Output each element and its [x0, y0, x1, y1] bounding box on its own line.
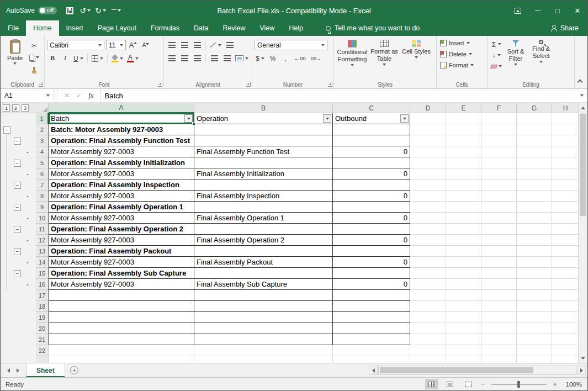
tab-view[interactable]: View: [252, 20, 282, 36]
zoom-percentage[interactable]: 100%: [563, 381, 582, 388]
cell-E21[interactable]: [446, 334, 481, 345]
cell-G16[interactable]: [517, 279, 552, 290]
cell-A21[interactable]: [49, 334, 194, 345]
name-box[interactable]: A1: [1, 89, 54, 102]
cell-C17[interactable]: [333, 290, 410, 301]
cell-A18[interactable]: [49, 301, 194, 312]
row-header-9[interactable]: 9: [36, 202, 49, 213]
cell-H17[interactable]: [552, 290, 578, 301]
fill-color-button[interactable]: [110, 54, 124, 64]
row-header-7[interactable]: 7: [36, 179, 49, 191]
cell-F17[interactable]: [481, 290, 517, 301]
cell-H2[interactable]: [552, 124, 578, 135]
cell-E[interactable]: [446, 356, 481, 363]
increase-decimal-button[interactable]: ←.00: [293, 54, 307, 64]
cell-A12[interactable]: Motor Assembly 927-0003: [49, 235, 194, 246]
column-header-G[interactable]: G: [517, 103, 552, 113]
cell-E19[interactable]: [446, 312, 481, 323]
cell-C20[interactable]: [333, 323, 410, 334]
filter-button-C1[interactable]: [400, 114, 409, 123]
scroll-down-button[interactable]: [579, 353, 587, 363]
cell-F21[interactable]: [481, 334, 517, 345]
cell-F6[interactable]: [481, 168, 517, 179]
cell-G4[interactable]: [517, 146, 552, 157]
cell-A7[interactable]: Operation: Final Assembly Inspection: [49, 179, 194, 191]
conditional-formatting-button[interactable]: Conditional Formatting: [336, 38, 368, 80]
customize-quick-access-button[interactable]: [109, 3, 123, 18]
orientation-button[interactable]: [209, 40, 223, 50]
cell-H4[interactable]: [552, 146, 578, 157]
cell-B14[interactable]: Final Assembly Packout: [194, 257, 333, 268]
cell-C18[interactable]: [333, 301, 410, 312]
cell-G22[interactable]: [517, 345, 552, 356]
percent-style-button[interactable]: %: [267, 54, 278, 64]
outline-collapse-button[interactable]: −: [14, 182, 21, 189]
cell-E8[interactable]: [446, 191, 481, 202]
middle-align-button[interactable]: [179, 40, 190, 50]
sheet-tab-sheet[interactable]: Sheet: [26, 363, 65, 377]
row-header-17[interactable]: 17: [36, 290, 49, 301]
cell-E22[interactable]: [446, 345, 481, 356]
column-header-D[interactable]: D: [410, 103, 446, 113]
row-header-21[interactable]: 21: [36, 334, 49, 345]
cell-D6[interactable]: [410, 168, 446, 179]
enter-button[interactable]: ✓: [76, 92, 82, 99]
cell-D10[interactable]: [410, 213, 446, 224]
cell-H7[interactable]: [552, 179, 578, 191]
outline-collapse-button[interactable]: −: [14, 226, 21, 233]
cell-D5[interactable]: [410, 157, 446, 168]
cell-C[interactable]: [333, 356, 410, 363]
scroll-up-button[interactable]: [579, 103, 587, 113]
find-select-button[interactable]: Find & Select: [528, 38, 554, 80]
outline-collapse-button[interactable]: −: [14, 138, 21, 145]
cell-F9[interactable]: [481, 202, 517, 213]
cell-B7[interactable]: [194, 179, 333, 191]
cell-H13[interactable]: [552, 246, 578, 257]
cell-C9[interactable]: [333, 202, 410, 213]
row-header-4[interactable]: 4: [36, 146, 49, 157]
cell-B20[interactable]: [194, 323, 333, 334]
cell-H19[interactable]: [552, 312, 578, 323]
cell-C10[interactable]: 0: [333, 213, 410, 224]
horizontal-scrollbar-thumb[interactable]: [380, 367, 533, 373]
number-format-combobox[interactable]: General: [255, 40, 327, 50]
page-layout-view-button[interactable]: [443, 379, 457, 389]
share-button[interactable]: Share: [542, 20, 587, 36]
horizontal-scrollbar-track[interactable]: [378, 366, 576, 375]
cell-B9[interactable]: [194, 202, 333, 213]
sort-filter-button[interactable]: Sort & Filter: [503, 38, 528, 80]
outline-collapse-button[interactable]: −: [14, 270, 21, 277]
vertical-scrollbar-track[interactable]: [579, 113, 587, 353]
redo-button[interactable]: ↻: [93, 3, 108, 18]
zoom-out-button[interactable]: −: [480, 380, 486, 388]
cell-H18[interactable]: [552, 301, 578, 312]
cell-D15[interactable]: [410, 268, 446, 279]
cell-D20[interactable]: [410, 323, 446, 334]
cell-E12[interactable]: [446, 235, 481, 246]
cell-G10[interactable]: [517, 213, 552, 224]
cell-B6[interactable]: Final Assembly Initialization: [194, 168, 333, 179]
cell-E5[interactable]: [446, 157, 481, 168]
cell-H1[interactable]: [552, 113, 578, 124]
select-all-corner[interactable]: [36, 103, 49, 113]
cell-B[interactable]: [194, 356, 333, 363]
cell-A20[interactable]: [49, 323, 194, 334]
cell-E6[interactable]: [446, 168, 481, 179]
cell-G7[interactable]: [517, 179, 552, 191]
cell-H[interactable]: [552, 356, 578, 363]
tab-data[interactable]: Data: [187, 20, 215, 36]
cell-E17[interactable]: [446, 290, 481, 301]
font-size-combobox[interactable]: 11: [106, 40, 126, 50]
vertical-scrollbar[interactable]: [578, 103, 587, 363]
cell-C7[interactable]: [333, 179, 410, 191]
cell-F8[interactable]: [481, 191, 517, 202]
cancel-button[interactable]: ✕: [64, 92, 70, 99]
cell-E7[interactable]: [446, 179, 481, 191]
cell-F2[interactable]: [481, 124, 517, 135]
row-header-15[interactable]: 15: [36, 268, 49, 279]
cell-A1[interactable]: Batch: [49, 113, 194, 124]
bold-button[interactable]: B: [47, 54, 58, 64]
outline-collapse-button[interactable]: −: [14, 160, 21, 167]
close-button[interactable]: ✕: [568, 1, 587, 20]
formula-input[interactable]: Batch: [101, 89, 576, 102]
